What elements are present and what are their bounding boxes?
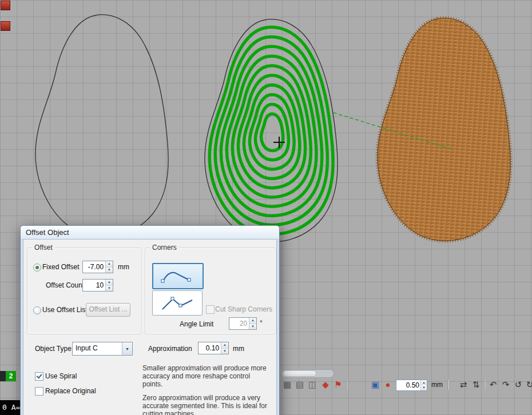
angle-limit-label: Angle Limit bbox=[180, 320, 213, 328]
palette-tile-dark[interactable] bbox=[0, 371, 6, 381]
toolbar-separator bbox=[484, 380, 485, 390]
angle-limit-input[interactable] bbox=[229, 318, 249, 329]
spin-down-icon[interactable]: ▼ bbox=[421, 385, 427, 390]
red-flag-icon[interactable]: ⚑ bbox=[332, 379, 344, 390]
approximation-input[interactable] bbox=[198, 342, 221, 354]
approximation-help-text-2: Zero approximation will produce a very a… bbox=[142, 394, 267, 415]
cut-sharp-corners-label: Cut Sharp Corners bbox=[215, 305, 272, 313]
approximation-help-text-1: Smaller approximation will produce more … bbox=[142, 364, 267, 388]
use-spiral-checkbox[interactable] bbox=[35, 372, 43, 381]
rotate-left-icon[interactable]: ↶ bbox=[487, 379, 499, 390]
angle-limit-unit-label: ° bbox=[260, 319, 263, 327]
spinner-buttons[interactable]: ▲▼ bbox=[105, 280, 113, 291]
scrollbar-thumb[interactable] bbox=[283, 370, 316, 377]
outline-shape[interactable] bbox=[35, 15, 168, 237]
width-unit-label: mm bbox=[431, 381, 443, 389]
spin-up-icon[interactable]: ▲ bbox=[106, 261, 113, 267]
outline-width-input[interactable] bbox=[396, 380, 420, 390]
rounded-corner-button[interactable] bbox=[152, 263, 204, 289]
rotate-right-icon[interactable]: ↷ bbox=[500, 379, 511, 390]
replace-original-checkbox[interactable] bbox=[35, 387, 43, 396]
spinner-buttons[interactable]: ▲▼ bbox=[249, 318, 256, 329]
mirror-vertical-icon[interactable]: ⇅ bbox=[470, 379, 482, 390]
rounded-corner-icon bbox=[160, 268, 196, 285]
dialog-title-bar[interactable]: Offset Object bbox=[21, 226, 279, 240]
spin-down-icon[interactable]: ▼ bbox=[106, 267, 113, 273]
docked-toolbar-icon-1[interactable] bbox=[1, 1, 10, 10]
use-offset-list-label: Use Offset List bbox=[42, 306, 87, 314]
spiral-ring[interactable] bbox=[261, 114, 283, 150]
offset-count-label: Offset Count bbox=[46, 281, 84, 289]
fixed-offset-label: Fixed Offset bbox=[42, 263, 79, 271]
fixed-offset-input[interactable] bbox=[83, 261, 105, 273]
offset-group: Offset Fixed Offset ▲▼ mm Offset Count ▲… bbox=[27, 248, 141, 334]
toolbar-separator bbox=[346, 380, 347, 390]
stitch-grid-icon[interactable]: ▦ bbox=[281, 379, 293, 390]
palette-tile-current[interactable]: 2 bbox=[6, 371, 16, 381]
spin-up-icon[interactable]: ▲ bbox=[221, 342, 228, 348]
replace-original-label: Replace Original bbox=[45, 387, 96, 395]
offset-object-dialog: Offset Object Offset Fixed Offset ▲▼ mm … bbox=[20, 225, 280, 415]
offset-count-input[interactable] bbox=[83, 280, 105, 291]
table-icon[interactable]: ▤ bbox=[294, 379, 305, 390]
approximation-unit-label: mm bbox=[233, 345, 244, 353]
fixed-offset-unit-label: mm bbox=[118, 263, 129, 271]
stitched-shape[interactable] bbox=[378, 18, 510, 241]
sharp-corner-button[interactable] bbox=[152, 290, 203, 316]
fixed-offset-radio[interactable] bbox=[33, 264, 41, 272]
cut-sharp-corners-checkbox[interactable] bbox=[206, 305, 215, 314]
spin-up-icon[interactable]: ▲ bbox=[421, 380, 427, 385]
application-window: 2 0 A=-14 ▦ ▤ ◫ ◆ ⚑ ▣ ● ▲▼ mm ⇄ ⇅ ↶ ↷ ↺ … bbox=[0, 0, 532, 415]
toolbar-separator bbox=[447, 380, 448, 390]
spinner-buttons[interactable]: ▲▼ bbox=[221, 342, 228, 354]
sharp-corner-icon bbox=[159, 294, 196, 312]
spinner-buttons[interactable]: ▲▼ bbox=[105, 261, 113, 273]
corners-group: Corners Cut Sharp Corn bbox=[145, 248, 276, 334]
use-spiral-label: Use Spiral bbox=[45, 372, 77, 380]
offset-list-button[interactable]: Offset List ... bbox=[86, 303, 130, 317]
rotate-cw-icon[interactable]: ↻ bbox=[524, 379, 532, 390]
spin-up-icon[interactable]: ▲ bbox=[249, 318, 256, 324]
object-type-label: Object Type bbox=[35, 345, 72, 353]
object-type-value: Input C bbox=[76, 344, 98, 352]
spiral-offset-shape[interactable] bbox=[209, 27, 333, 234]
rotate-ccw-icon[interactable]: ↺ bbox=[513, 379, 524, 390]
red-dot-icon[interactable]: ● bbox=[382, 379, 394, 390]
fixed-offset-spinner[interactable]: ▲▼ bbox=[82, 261, 113, 273]
offset-count-spinner[interactable]: ▲▼ bbox=[82, 279, 113, 292]
corners-group-caption: Corners bbox=[150, 244, 179, 252]
use-offset-list-radio[interactable] bbox=[33, 306, 41, 314]
angle-limit-spinner[interactable]: ▲▼ bbox=[229, 317, 257, 330]
approximation-spinner[interactable]: ▲▼ bbox=[198, 342, 229, 354]
spin-up-icon[interactable]: ▲ bbox=[106, 280, 113, 285]
offset-group-caption: Offset bbox=[32, 244, 55, 252]
spin-down-icon[interactable]: ▼ bbox=[221, 348, 228, 354]
dialog-body: Offset Fixed Offset ▲▼ mm Offset Count ▲… bbox=[23, 239, 277, 415]
chevron-down-icon[interactable]: ▼ bbox=[122, 342, 132, 355]
spin-down-icon[interactable]: ▼ bbox=[106, 285, 113, 292]
mirror-horizontal-icon[interactable]: ⇄ bbox=[458, 379, 469, 390]
stitch-fill[interactable] bbox=[378, 18, 510, 241]
approximation-label: Approximation bbox=[148, 345, 192, 353]
blue-node-icon[interactable]: ▣ bbox=[370, 379, 381, 390]
object-type-combobox[interactable]: Input C ▼ bbox=[72, 342, 133, 356]
red-diamond-icon[interactable]: ◆ bbox=[320, 379, 331, 390]
docked-toolbar-icon-2[interactable] bbox=[1, 21, 10, 31]
overview-window-icon[interactable]: ◫ bbox=[307, 379, 318, 390]
spinner-buttons[interactable]: ▲▼ bbox=[420, 380, 427, 390]
spiral-ring[interactable] bbox=[238, 75, 305, 188]
horizontal-scrollbar[interactable] bbox=[281, 369, 334, 378]
spin-down-icon[interactable]: ▼ bbox=[249, 324, 256, 330]
outline-width-spinner[interactable]: ▲▼ bbox=[396, 380, 427, 391]
